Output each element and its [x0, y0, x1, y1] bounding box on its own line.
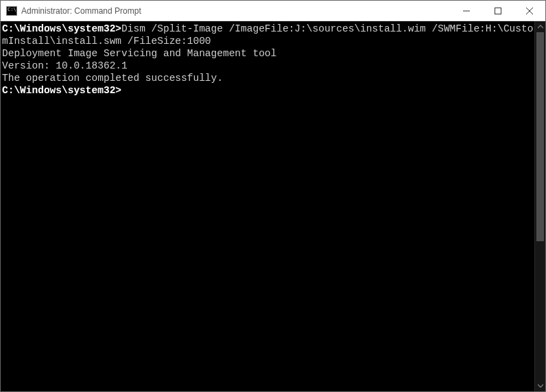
scroll-down-button[interactable] — [535, 380, 545, 391]
close-icon — [526, 8, 533, 14]
terminal-line: C:\Windows\system32> — [2, 84, 534, 97]
command-prompt-window: C:\ Administrator: Command Prompt C:\Win… — [0, 0, 546, 392]
terminal-line: C:\Windows\system32>Dism /Split-Image /I… — [2, 23, 534, 47]
titlebar[interactable]: C:\ Administrator: Command Prompt — [1, 1, 545, 21]
minimize-icon — [463, 8, 470, 14]
terminal-area: C:\Windows\system32>Dism /Split-Image /I… — [1, 21, 545, 391]
scrollbar[interactable] — [534, 21, 545, 391]
window-controls — [451, 1, 545, 21]
minimize-button[interactable] — [451, 1, 482, 21]
scroll-track[interactable] — [535, 32, 545, 380]
maximize-icon — [495, 8, 501, 14]
prompt: C:\Windows\system32> — [2, 23, 121, 34]
maximize-button[interactable] — [482, 1, 514, 21]
scroll-up-button[interactable] — [535, 21, 545, 32]
close-button[interactable] — [514, 1, 545, 21]
prompt: C:\Windows\system32> — [2, 85, 121, 96]
scroll-thumb[interactable] — [536, 32, 544, 241]
cmd-icon: C:\ — [6, 6, 17, 16]
terminal-line: Version: 10.0.18362.1 — [2, 60, 534, 72]
terminal[interactable]: C:\Windows\system32>Dism /Split-Image /I… — [1, 21, 534, 391]
terminal-line: Deployment Image Servicing and Managemen… — [2, 47, 534, 60]
chevron-up-icon — [538, 24, 543, 29]
app-icon: C:\ — [6, 5, 17, 16]
window-title: Administrator: Command Prompt — [21, 6, 451, 16]
svg-rect-1 — [495, 8, 501, 14]
chevron-down-icon — [538, 383, 543, 389]
terminal-line: The operation completed successfully. — [2, 72, 534, 84]
